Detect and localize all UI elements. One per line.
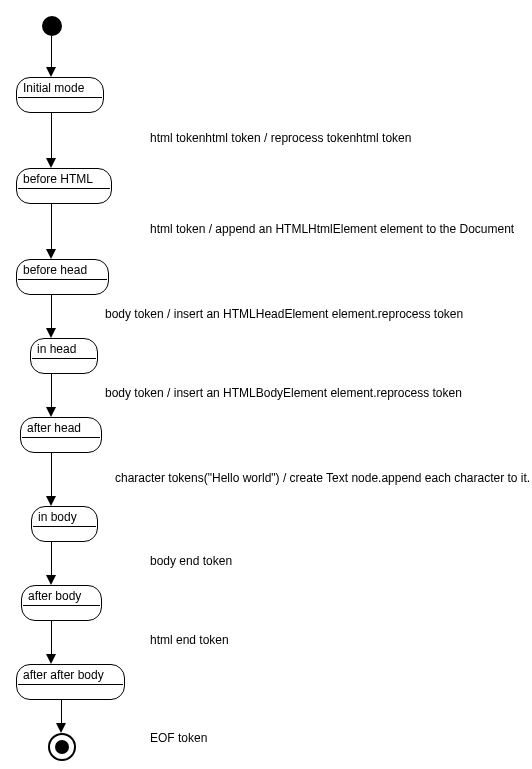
- arrow-head-icon: [56, 723, 66, 733]
- arrow-line: [51, 113, 52, 160]
- state-label: in body: [32, 507, 97, 526]
- arrow-head-icon: [46, 575, 56, 585]
- state-in-head: in head: [30, 338, 98, 374]
- end-node-inner: [55, 740, 69, 754]
- state-label: after after body: [17, 665, 124, 684]
- arrow-head-icon: [46, 407, 56, 417]
- arrow-line: [51, 453, 52, 498]
- arrow-head-icon: [46, 496, 56, 506]
- state-label: after body: [22, 586, 101, 605]
- state-initial-mode: Initial mode: [16, 77, 104, 113]
- state-divider: [32, 358, 96, 373]
- state-divider: [18, 279, 107, 294]
- state-after-after-body: after after body: [16, 664, 125, 700]
- state-label: before HTML: [17, 169, 111, 188]
- transition-label: body token / insert an HTMLHeadElement e…: [105, 307, 463, 323]
- arrow-line: [51, 621, 52, 656]
- arrow-line: [51, 36, 52, 69]
- end-node: [48, 733, 76, 761]
- arrow-line: [51, 295, 52, 330]
- transition-label: EOF token: [150, 731, 207, 747]
- state-label: before head: [17, 260, 108, 279]
- state-divider: [18, 97, 102, 112]
- arrow-line: [51, 542, 52, 577]
- state-label: in head: [31, 339, 97, 358]
- state-divider: [22, 437, 100, 452]
- transition-label: body end token: [150, 554, 232, 570]
- transition-label: character tokens("Hello world") / create…: [115, 471, 530, 487]
- state-divider: [18, 684, 123, 699]
- state-divider: [23, 605, 100, 620]
- state-divider: [18, 188, 110, 203]
- transition-label: html token / append an HTMLHtmlElement e…: [150, 222, 514, 238]
- state-in-body: in body: [31, 506, 98, 542]
- state-label: Initial mode: [17, 78, 103, 97]
- arrow-head-icon: [46, 158, 56, 168]
- arrow-line: [51, 374, 52, 409]
- arrow-head-icon: [46, 67, 56, 77]
- arrow-line: [61, 700, 62, 725]
- arrow-line: [51, 204, 52, 251]
- start-node: [42, 16, 62, 36]
- state-after-body: after body: [21, 585, 102, 621]
- transition-label: html tokenhtml token / reprocess tokenht…: [150, 131, 411, 147]
- arrow-head-icon: [46, 654, 56, 664]
- state-before-head: before head: [16, 259, 109, 295]
- state-divider: [33, 526, 96, 541]
- transition-label: body token / insert an HTMLBodyElement e…: [105, 386, 462, 402]
- arrow-head-icon: [46, 328, 56, 338]
- transition-label: html end token: [150, 633, 229, 649]
- state-diagram: Initial mode html tokenhtml token / repr…: [0, 0, 532, 769]
- state-label: after head: [21, 418, 101, 437]
- arrow-head-icon: [46, 249, 56, 259]
- state-after-head: after head: [20, 417, 102, 453]
- state-before-html: before HTML: [16, 168, 112, 204]
